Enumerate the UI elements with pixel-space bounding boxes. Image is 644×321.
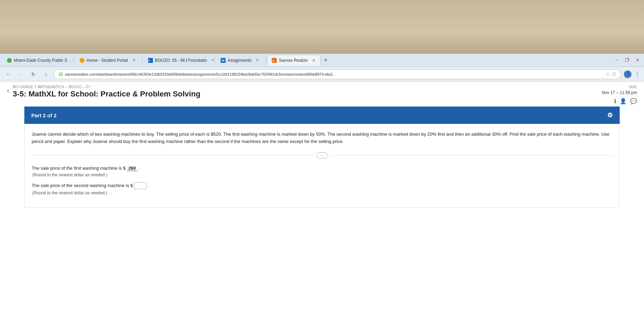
tab-home-close[interactable]: ✕ <box>131 58 137 63</box>
chat-icon[interactable]: 💬 <box>630 98 637 104</box>
tab-sep-1 <box>74 57 74 64</box>
answer1-value: 260 <box>127 166 137 171</box>
url-icons: ☆ ⬡ <box>606 71 616 77</box>
svg-text:W: W <box>221 59 225 62</box>
back-button[interactable]: ‹ <box>7 86 9 94</box>
header-right: DUE Nov 17 – 11:59 pm ℹ 👤 💬 <box>602 85 637 104</box>
browser-window: Miami-Dade County Public S ✕ Home - Stud… <box>0 54 644 321</box>
course-label: M/J GRADE 7 MATHEMATICS – BOUZO – 07 <box>13 85 201 89</box>
svg-text:S: S <box>272 59 275 62</box>
tab-sep-3 <box>215 57 215 64</box>
tab-assignments-close[interactable]: ✕ <box>255 58 260 63</box>
home-tab-icon <box>80 58 84 63</box>
assignment-title: 3-5: MathXL for School: Practice & Probl… <box>13 90 201 99</box>
new-tab-button[interactable]: + <box>321 56 331 65</box>
problem-text: Joanne cannot decide which of two washin… <box>32 131 612 145</box>
savvas-tab-icon: S <box>272 58 277 63</box>
info-icon[interactable]: ℹ <box>614 98 616 104</box>
tab-miamidade-close[interactable]: ✕ <box>71 58 72 63</box>
reload-button[interactable]: ↻ <box>28 69 38 79</box>
forward-navigation-button[interactable]: → <box>16 69 26 79</box>
url-bar[interactable]: savvasrealize.com/dashboard/classes/66b1… <box>54 69 621 79</box>
desktop-surface <box>0 0 644 54</box>
tab-savvas[interactable]: S Savvas Realize ✕ <box>267 55 321 66</box>
profile-icon[interactable]: 👤 <box>624 70 631 78</box>
answer2-line: The sale price of the second washing mac… <box>32 182 612 189</box>
answer2-input[interactable] <box>134 182 146 189</box>
part-header: Part 2 of 2 ⚙ <box>24 107 620 124</box>
screenshot-icon[interactable]: ⬡ <box>612 71 616 77</box>
home-button[interactable]: ⌂ <box>41 69 51 79</box>
maximize-button[interactable]: ❐ <box>623 57 631 64</box>
star-icon[interactable]: ☆ <box>606 71 610 77</box>
url-text: savvasrealize.com/dashboard/classes/66b1… <box>65 72 604 76</box>
answer2-note: (Round to the nearest dollar as needed.) <box>32 191 612 195</box>
right-divider <box>331 155 612 155</box>
tab-home[interactable]: Home - Student Portal ✕ <box>75 55 141 66</box>
secure-icon <box>59 72 63 76</box>
header-left: ‹ M/J GRADE 7 MATHEMATICS – BOUZO – 07 3… <box>7 85 602 99</box>
main-content: ‹ M/J GRADE 7 MATHEMATICS – BOUZO – 07 3… <box>0 82 644 321</box>
window-controls: − ❐ ✕ <box>613 57 641 64</box>
address-bar: ← → ↻ ⌂ savvasrealize.com/dashboard/clas… <box>0 67 644 82</box>
title-bar: Miami-Dade County Public S ✕ Home - Stud… <box>0 54 644 67</box>
assignments-tab-icon: W <box>221 58 226 63</box>
answer2-prefix: The sale price of the second washing mac… <box>32 183 133 188</box>
page-title-area: M/J GRADE 7 MATHEMATICS – BOUZO – 07 3-5… <box>13 85 201 99</box>
answer1-period: . <box>139 166 140 171</box>
problem-content: Joanne cannot decide which of two washin… <box>24 124 620 208</box>
expand-button[interactable]: ··· <box>317 152 327 159</box>
left-divider <box>32 155 313 155</box>
profile-avatar-icon: 👤 <box>625 72 630 76</box>
tab-sep-2 <box>142 57 142 64</box>
tab-savvas-close[interactable]: ✕ <box>311 58 316 63</box>
header-icons: ℹ 👤 💬 <box>614 98 637 104</box>
tab-assignments[interactable]: W Assignments ✕ <box>217 55 264 66</box>
due-label: DUE <box>629 85 637 89</box>
tab-miamidade-label: Miami-Dade County Public S <box>14 58 67 63</box>
page-header: ‹ M/J GRADE 7 MATHEMATICS – BOUZO – 07 3… <box>0 82 644 107</box>
settings-icon[interactable]: ⚙ <box>607 111 613 119</box>
close-button[interactable]: ✕ <box>634 57 641 64</box>
svg-text:P: P <box>148 59 150 62</box>
tab-bouzo-label: BOUZO: 05 - M/J Foundatio <box>155 58 207 63</box>
miamidade-tab-icon <box>7 58 12 63</box>
part-label: Part 2 of 2 <box>31 112 57 118</box>
menu-dots-icon[interactable]: ⋮ <box>634 70 641 78</box>
answer1-prefix: The sale price of the first washing mach… <box>32 166 125 171</box>
answer1-note: (Round to the nearest dollar as needed.) <box>32 172 612 177</box>
tab-sep-4 <box>266 57 266 64</box>
answer1-line: The sale price of the first washing mach… <box>32 166 612 171</box>
tab-bouzo-close[interactable]: ✕ <box>210 58 213 63</box>
answer2-period: . <box>148 183 149 188</box>
back-navigation-button[interactable]: ← <box>3 69 13 79</box>
tab-assignments-label: Assignments <box>228 58 252 63</box>
tab-home-label: Home - Student Portal <box>87 58 128 63</box>
tab-savvas-label: Savvas Realize <box>279 58 308 63</box>
due-date: Nov 17 – 11:59 pm <box>602 90 637 95</box>
answer-section: The sale price of the first washing mach… <box>32 166 612 195</box>
user-settings-icon[interactable]: 👤 <box>620 98 627 104</box>
divider-area: ··· <box>32 152 612 159</box>
minimize-button[interactable]: − <box>613 57 620 64</box>
tab-miamidade[interactable]: Miami-Dade County Public S ✕ <box>3 55 72 66</box>
tab-bouzo[interactable]: P BOUZO: 05 - M/J Foundatio ✕ <box>144 55 213 66</box>
bouzo-tab-icon: P <box>148 58 153 63</box>
